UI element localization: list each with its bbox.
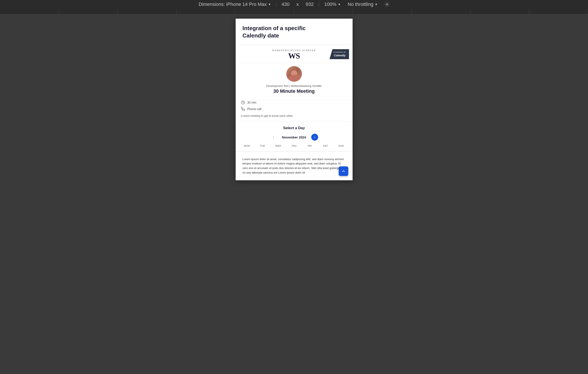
ruler-seg-5 [235, 9, 294, 14]
logo-text-ws: WEBENTWICKLUNG SCHÄFER WS [272, 49, 316, 60]
width-display: 430 [279, 1, 292, 8]
main-content-area: Integration of a specific Calendly date … [0, 14, 588, 374]
powered-by-badge: POWERED BY Calendly [330, 49, 349, 59]
ruler-seg-9 [470, 9, 529, 14]
page-title-line1: Integration of a specific [242, 25, 306, 32]
call-type-row: Phone call [241, 107, 347, 111]
meeting-description: A short meeting to get to know each othe… [241, 114, 347, 118]
device-dropdown-arrow: ▼ [268, 3, 271, 6]
weekday-fri: FRI [302, 144, 318, 148]
page-container: Integration of a specific Calendly date … [236, 19, 353, 180]
powered-by-line1: POWERED BY [333, 51, 347, 54]
ruler-seg-1 [0, 9, 59, 14]
meeting-details: 30 min Phone call A short meeting to get… [236, 100, 353, 122]
ruler-seg-6 [294, 9, 353, 14]
duration-text: 30 min [247, 101, 256, 104]
browser-toolbar: Dimensions: iPhone 14 Pro Max ▼ | 430 x … [0, 0, 588, 9]
page-title-line2: Calendly date [242, 32, 279, 39]
weekday-thu: THU [286, 144, 302, 148]
calendar-section: Select a Day ‹ November 2024 › MON TUE W… [236, 122, 353, 151]
calendly-embed: WEBENTWICKLUNG SCHÄFER WS POWERED BY Cal… [236, 45, 353, 151]
page-title-section: Integration of a specific Calendly date [236, 19, 353, 45]
calendly-scroll-container[interactable]: WEBENTWICKLUNG SCHÄFER WS POWERED BY Cal… [236, 45, 353, 151]
weekday-mon: MON [239, 144, 255, 148]
lorem-ipsum-text: Lorem ipsum dolor sit amet, consetetur s… [242, 157, 346, 175]
logo-area: WEBENTWICKLUNG SCHÄFER WS POWERED BY Cal… [239, 49, 349, 60]
calendar-weekdays: MON TUE WED THU FRI SAT SUN [239, 144, 349, 148]
calendar-day-2[interactable]: 2 [318, 149, 333, 151]
viewport-width: 430 [282, 1, 290, 7]
avatar [286, 66, 302, 82]
calendar-section-title: Select a Day [239, 126, 349, 130]
avatar-container [239, 66, 349, 82]
calendar-grid: MON TUE WED THU FRI SAT SUN [239, 144, 349, 151]
page-title: Integration of a specific Calendly date [242, 25, 346, 39]
throttling-selector[interactable]: No throttling ▼ [346, 1, 380, 8]
calendar-next-button[interactable]: › [311, 134, 318, 141]
ruler-bar [0, 9, 588, 14]
calendly-header: WEBENTWICKLUNG SCHÄFER WS POWERED BY Cal… [236, 45, 353, 100]
settings-icon-button[interactable] [382, 1, 392, 8]
company-logo: WEBENTWICKLUNG SCHÄFER WS [272, 49, 316, 60]
zoom-level: 100% [324, 1, 336, 7]
device-label: Dimensions: iPhone 14 Pro Max [199, 1, 267, 7]
svg-point-0 [386, 4, 388, 5]
weekday-sat: SAT [317, 144, 333, 148]
device-selector[interactable]: Dimensions: iPhone 14 Pro Max ▼ [196, 1, 273, 8]
settings-icon [385, 2, 389, 7]
zoom-selector[interactable]: 100% ▼ [322, 1, 343, 8]
zoom-dropdown-arrow: ▼ [338, 3, 341, 6]
calendar-nav: ‹ November 2024 › [239, 134, 349, 141]
lorem-ipsum-section: Lorem ipsum dolor sit amet, consetetur s… [236, 151, 353, 180]
calendar-day-1[interactable]: 1 [302, 149, 317, 151]
toolbar-divider-2: | [318, 2, 319, 7]
ruler-seg-2 [59, 9, 118, 14]
calendar-prev-button[interactable]: ‹ [270, 134, 277, 141]
ruler-seg-10 [529, 9, 588, 14]
ruler-seg-3 [118, 9, 177, 14]
throttling-label: No throttling [348, 1, 373, 7]
call-type-text: Phone call [247, 107, 262, 111]
weekday-tue: TUE [255, 144, 271, 148]
viewport-height: 932 [306, 1, 314, 7]
phone-icon [241, 107, 245, 111]
powered-by-line2: Calendly [333, 53, 347, 57]
meeting-title: 30 Minute Meeting [239, 88, 349, 94]
weekday-sun: SUN [333, 144, 349, 148]
month-year-label: November 2024 [282, 135, 306, 139]
organizer-name: Development Test | Webentwicklung Schäfe… [239, 84, 349, 87]
clock-icon [241, 100, 245, 105]
toolbar-divider-1: | [276, 2, 277, 7]
throttling-dropdown-arrow: ▼ [375, 3, 378, 6]
ruler-seg-4 [177, 9, 235, 14]
calendar-days: 1 2 3 [239, 149, 349, 151]
ruler-seg-8 [412, 9, 471, 14]
arrow-up-icon [341, 169, 346, 173]
duration-row: 30 min [241, 100, 347, 105]
weekday-wed: WED [271, 144, 286, 148]
calendar-day-3[interactable]: 3 [334, 149, 349, 151]
scroll-to-top-button[interactable] [339, 166, 348, 176]
dimension-x: x [294, 1, 301, 8]
ruler-seg-7 [353, 9, 412, 14]
height-display: 932 [304, 1, 316, 8]
x-label: x [296, 1, 299, 7]
